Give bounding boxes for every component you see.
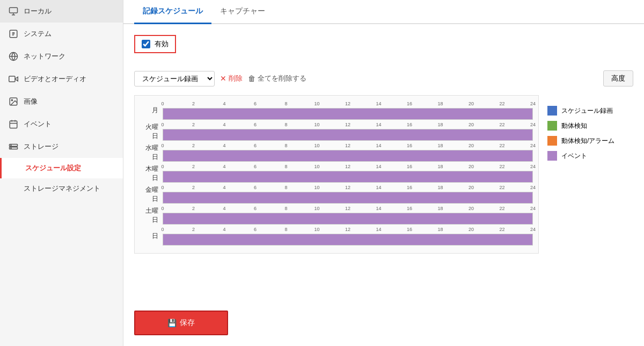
ruler-mark-6-5: 10: [314, 227, 319, 232]
time-ruler-1: 024681012141618202224: [163, 122, 533, 128]
ruler-mark-6-1: 2: [192, 227, 195, 232]
delete-button[interactable]: ✕ 削除: [220, 74, 243, 83]
save-label: 保存: [180, 318, 195, 328]
time-bar-container-4[interactable]: [163, 192, 533, 204]
ruler-mark-1-11: 22: [499, 122, 504, 127]
ruler-mark-1-9: 18: [437, 122, 443, 127]
time-bar-container-0[interactable]: [163, 108, 533, 120]
sidebar-item-network[interactable]: ネットワーク: [0, 45, 123, 68]
legend: スケジュール録画動体検知動体検知/アラームイベント: [547, 95, 633, 254]
legend-color-motion-detect: [547, 121, 557, 131]
ruler-mark-4-4: 8: [284, 185, 287, 190]
time-bar-container-2[interactable]: [163, 150, 533, 162]
day-label-5: 土曜日: [140, 206, 163, 225]
monitor-icon: [9, 6, 18, 16]
ruler-mark-3-5: 10: [314, 164, 319, 169]
legend-label-schedule-rec: スケジュール録画: [561, 106, 613, 116]
sidebar-item-local[interactable]: ローカル: [0, 0, 123, 23]
time-bar-container-1[interactable]: [163, 129, 533, 141]
timeline-col-4: 024681012141618202224: [163, 185, 533, 204]
ruler-mark-0-9: 18: [437, 101, 443, 106]
ruler-mark-1-0: 0: [161, 122, 164, 127]
legend-item-motion-alarm: 動体検知/アラーム: [547, 136, 633, 146]
ruler-mark-2-9: 18: [437, 143, 443, 148]
sidebar-item-image[interactable]: 画像: [0, 90, 123, 113]
ruler-mark-2-7: 14: [376, 143, 381, 148]
ruler-mark-4-8: 16: [407, 185, 412, 190]
ruler-mark-0-4: 8: [284, 101, 287, 106]
tab-recording-schedule[interactable]: 記録スケジュール: [134, 0, 211, 24]
sidebar-label-system: システム: [24, 29, 52, 39]
legend-label-motion-detect: 動体検知: [561, 121, 587, 131]
ruler-mark-0-6: 12: [345, 101, 350, 106]
sidebar-item-schedule-settings[interactable]: スケジュール設定: [0, 158, 123, 178]
ruler-mark-5-10: 20: [469, 206, 474, 211]
schedule-row-4: 金曜日024681012141618202224: [140, 185, 533, 204]
day-label-0: 月: [140, 106, 163, 115]
sidebar-label-local: ローカル: [24, 6, 52, 16]
ruler-mark-2-1: 2: [192, 143, 195, 148]
ruler-mark-4-3: 6: [254, 185, 257, 190]
time-bar-container-6[interactable]: [163, 234, 533, 246]
ruler-mark-4-10: 20: [469, 185, 474, 190]
timeline-col-6: 024681012141618202224: [163, 227, 533, 246]
sidebar-label-video-audio: ビデオとオーディオ: [24, 74, 86, 84]
time-bar-5: [163, 213, 532, 224]
time-bar-container-3[interactable]: [163, 171, 533, 183]
schedule-row-1: 火曜日024681012141618202224: [140, 122, 533, 141]
ruler-mark-1-4: 8: [284, 122, 287, 127]
ruler-mark-0-1: 2: [192, 101, 195, 106]
legend-color-schedule-rec: [547, 106, 557, 116]
ruler-mark-3-0: 0: [161, 164, 164, 169]
time-ruler-6: 024681012141618202224: [163, 227, 533, 233]
schedule-row-5: 土曜日024681012141618202224: [140, 206, 533, 225]
sidebar: ローカル システム ネットワーク ビデオとオーディオ 画像 イベント ストレ: [0, 0, 123, 346]
ruler-mark-1-2: 4: [223, 122, 225, 127]
ruler-mark-6-2: 4: [223, 227, 225, 232]
schedule-row-3: 木曜日024681012141618202224: [140, 164, 533, 183]
ruler-mark-0-7: 14: [376, 101, 381, 106]
enabled-checkbox[interactable]: [142, 40, 150, 48]
ruler-mark-3-7: 14: [376, 164, 381, 169]
storage-icon: [9, 142, 18, 152]
ruler-mark-5-9: 18: [437, 206, 443, 211]
time-bar-1: [163, 129, 532, 140]
sidebar-item-system[interactable]: システム: [0, 23, 123, 45]
ruler-mark-6-12: 24: [530, 227, 536, 232]
content-area: 有効 スケジュール録画 動体検知 動体検知/アラーム イベント ✕ 削除 🗑 全…: [123, 24, 644, 294]
enabled-row[interactable]: 有効: [134, 35, 176, 53]
schedule-type-select[interactable]: スケジュール録画 動体検知 動体検知/アラーム イベント: [134, 71, 215, 86]
sidebar-item-storage[interactable]: ストレージ: [0, 135, 123, 158]
legend-item-schedule-rec: スケジュール録画: [547, 106, 633, 116]
save-button[interactable]: 💾 保存: [134, 311, 228, 335]
sidebar-item-event[interactable]: イベント: [0, 113, 123, 135]
legend-color-motion-alarm: [547, 136, 557, 146]
ruler-mark-6-8: 16: [407, 227, 412, 232]
sidebar-item-video-audio[interactable]: ビデオとオーディオ: [0, 68, 123, 90]
ruler-mark-5-2: 4: [223, 206, 225, 211]
x-icon: ✕: [220, 74, 226, 83]
ruler-mark-0-10: 20: [469, 101, 474, 106]
ruler-mark-2-5: 10: [314, 143, 319, 148]
toolbar: スケジュール録画 動体検知 動体検知/アラーム イベント ✕ 削除 🗑 全てを削…: [134, 70, 633, 86]
time-bar-4: [163, 192, 532, 203]
ruler-mark-4-6: 12: [345, 185, 350, 190]
sidebar-item-storage-management[interactable]: ストレージマネジメント: [0, 178, 123, 199]
ruler-mark-0-3: 6: [254, 101, 257, 106]
time-bar-container-5[interactable]: [163, 213, 533, 225]
ruler-mark-4-5: 10: [314, 185, 319, 190]
ruler-mark-4-7: 14: [376, 185, 381, 190]
ruler-mark-3-2: 4: [223, 164, 225, 169]
svg-rect-4: [9, 76, 15, 82]
delete-all-button[interactable]: 🗑 全てを削除する: [248, 74, 306, 83]
trash-icon: 🗑: [248, 74, 255, 83]
tab-capture[interactable]: キャプチャー: [211, 0, 274, 24]
time-bar-2: [163, 150, 532, 161]
tab-bar: 記録スケジュール キャプチャー: [123, 0, 644, 24]
ruler-mark-0-5: 10: [314, 101, 319, 106]
advanced-button[interactable]: 高度: [603, 70, 633, 86]
ruler-mark-6-0: 0: [161, 227, 164, 232]
ruler-mark-3-12: 24: [530, 164, 536, 169]
time-ruler-2: 024681012141618202224: [163, 143, 533, 149]
legend-color-event: [547, 151, 557, 161]
